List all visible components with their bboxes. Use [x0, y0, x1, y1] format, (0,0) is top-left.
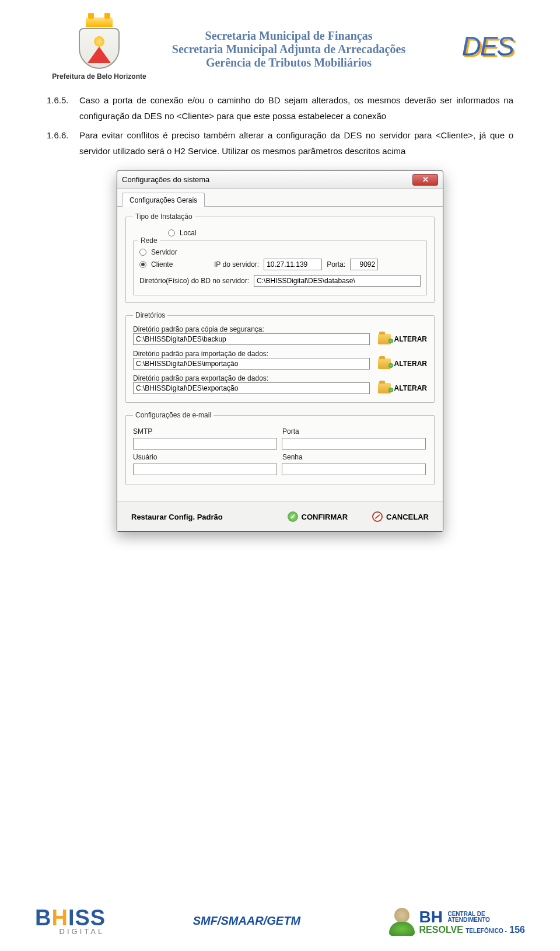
alterar-export-button[interactable]: ALTERAR — [378, 383, 427, 393]
label-cliente: Cliente — [151, 260, 186, 269]
legend-tipo: Tipo de Instalação — [133, 213, 195, 221]
confirmar-button[interactable]: ✓ CONFIRMAR — [284, 510, 351, 523]
bhiss-text: BHISS — [35, 905, 106, 930]
input-ip[interactable]: 10.27.11.139 — [264, 259, 322, 270]
legend-diretorios: Diretórios — [133, 311, 167, 319]
header-line1: Secretaria Municipal de Finanças — [152, 29, 426, 43]
coat-of-arms-icon — [73, 18, 125, 70]
dialog-tabs: Configurações Gerais — [117, 189, 443, 206]
des-logo-text: DES — [461, 30, 513, 62]
folder-icon — [378, 334, 391, 344]
input-usuario[interactable] — [133, 464, 277, 475]
close-button[interactable]: ✕ — [412, 174, 438, 186]
check-icon: ✓ — [288, 511, 298, 522]
label-ip: IP do servidor: — [214, 260, 259, 269]
footer-center: SMF/SMAAR/GETM — [193, 914, 300, 928]
tab-config-gerais[interactable]: Configurações Gerais — [122, 193, 205, 207]
fieldset-diretorios: Diretórios Diretório padrão para cópia d… — [125, 311, 435, 403]
dialog-body: Tipo de Instalação Local Rede Servidor C… — [117, 206, 443, 501]
label-servidor: Servidor — [151, 248, 177, 256]
label-smtp: SMTP — [133, 427, 278, 436]
cancelar-button[interactable]: CANCELAR — [369, 510, 432, 523]
item-number: 1.6.5. — [47, 92, 79, 124]
item-number: 1.6.6. — [47, 127, 79, 159]
input-export[interactable]: C:\BHISSDigital\DES\exportação — [133, 382, 370, 394]
resolve-logo: BH CENTRAL DE ATENDIMENTO RESOLVE TELEFÔ… — [388, 908, 525, 936]
dialog-title: Configurações do sistema — [122, 175, 209, 184]
dialog-footer: Restaurar Config. Padrão ✓ CONFIRMAR CAN… — [117, 501, 443, 531]
radio-cliente[interactable] — [139, 261, 146, 268]
des-logo: DES DES — [426, 30, 513, 68]
input-email-porta[interactable] — [282, 438, 426, 450]
legend-rede: Rede — [138, 236, 160, 245]
fieldset-tipo-instalacao: Tipo de Instalação Local Rede Servidor C… — [125, 213, 435, 303]
header-title: Secretaria Municipal de Finanças Secreta… — [152, 29, 426, 69]
legend-email: Configurações de e-mail — [133, 411, 214, 419]
input-smtp[interactable] — [133, 438, 277, 450]
radio-local[interactable] — [168, 229, 175, 236]
body-text: 1.6.5. Caso a porta de conexão e/ou o ca… — [47, 92, 513, 159]
header-line2: Secretaria Municipal Adjunta de Arrecada… — [152, 43, 426, 56]
fieldset-rede: Rede Servidor Cliente IP do servidor: 10… — [133, 241, 427, 295]
alterar-label: ALTERAR — [394, 335, 427, 343]
telefonico-text: TELEFÔNICO - — [466, 928, 507, 934]
label-dirbd: Diretório(Físico) do BD no servidor: — [139, 277, 249, 285]
bhiss-logo: BHISS DIGITAL — [35, 905, 106, 936]
input-import[interactable]: C:\BHISSDigital\DES\importação — [133, 358, 370, 370]
atendimento-text: ATENDIMENTO — [447, 917, 489, 923]
label-porta: Porta: — [327, 260, 345, 269]
confirmar-label: CONFIRMAR — [302, 513, 348, 521]
radio-servidor[interactable] — [139, 249, 146, 256]
config-dialog: Configurações do sistema ✕ Configurações… — [117, 170, 443, 532]
fone-text: 156 — [509, 925, 525, 935]
input-porta[interactable]: 9092 — [350, 259, 378, 270]
restaurar-button[interactable]: Restaurar Config. Padrão — [128, 511, 226, 522]
folder-icon — [378, 383, 391, 393]
dialog-titlebar[interactable]: Configurações do sistema ✕ — [117, 171, 443, 189]
input-senha[interactable] — [282, 464, 426, 475]
label-senha: Senha — [282, 453, 427, 461]
cancel-icon — [372, 511, 383, 522]
list-item: 1.6.6. Para evitar conflitos é preciso t… — [47, 127, 513, 159]
page-header: Prefeitura de Belo Horizonte Secretaria … — [47, 18, 513, 81]
item-text: Caso a porta de conexão e/ou o caminho d… — [79, 92, 513, 124]
restaurar-label: Restaurar Config. Padrão — [131, 513, 223, 521]
fieldset-email: Configurações de e-mail SMTP Porta Usuár… — [125, 411, 435, 485]
label-email-porta: Porta — [282, 427, 427, 436]
folder-icon — [378, 358, 391, 369]
alterar-import-button[interactable]: ALTERAR — [378, 358, 427, 369]
close-icon: ✕ — [422, 175, 429, 184]
label-usuario: Usuário — [133, 453, 278, 461]
label-local: Local — [180, 229, 197, 237]
alterar-label: ALTERAR — [394, 360, 427, 368]
list-item: 1.6.5. Caso a porta de conexão e/ou o ca… — [47, 92, 513, 124]
prefeitura-text: Prefeitura de Belo Horizonte — [47, 72, 152, 81]
input-backup[interactable]: C:\BHISSDigital\DES\backup — [133, 333, 370, 345]
alterar-label: ALTERAR — [394, 384, 427, 392]
bh-text: BH — [419, 909, 443, 925]
item-text: Para evitar conflitos é preciso também a… — [79, 127, 513, 159]
page-footer: BHISS DIGITAL SMF/SMAAR/GETM BH CENTRAL … — [35, 905, 525, 936]
alterar-backup-button[interactable]: ALTERAR — [378, 334, 427, 344]
person-icon — [388, 908, 416, 936]
cancelar-label: CANCELAR — [386, 513, 429, 521]
header-line3: Gerência de Tributos Mobiliários — [152, 56, 426, 69]
resolve-text: RESOLVE — [419, 925, 463, 935]
input-dirbd[interactable]: C:\BHISSDigital\DES\database\ — [254, 275, 421, 287]
prefeitura-logo: Prefeitura de Belo Horizonte — [47, 18, 152, 81]
